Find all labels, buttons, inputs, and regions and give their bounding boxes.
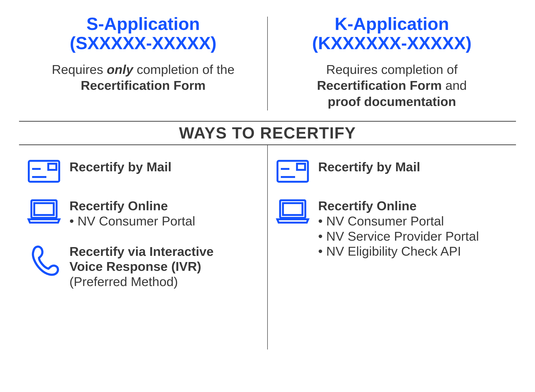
s-app-title-line1: S-Application [87, 14, 200, 34]
method-ivr-title-l2: Voice Response (IVR) [69, 259, 201, 273]
s-app-methods: Recertify by Mail Recertify Online • NV … [19, 145, 267, 349]
method-online-sub1: • NV Consumer Portal [69, 214, 195, 228]
section-title-wrap: WAYS TO RECERTIFY [19, 121, 516, 145]
recert-form-bold: Recertification Form [81, 78, 205, 92]
method-online-text: Recertify Online • NV Consumer Portal [69, 198, 195, 229]
method-mail-text: Recertify by Mail [69, 159, 171, 175]
method-mail-title: Recertify by Mail [318, 160, 420, 174]
method-mail: Recertify by Mail [275, 159, 509, 183]
svg-rect-5 [34, 203, 54, 215]
method-ivr: Recertify via Interactive Voice Response… [26, 244, 260, 289]
s-application-description: Requires only completion of the Recertif… [29, 62, 258, 94]
laptop-icon [26, 198, 62, 225]
proof-doc-bold: proof documentation [328, 94, 456, 109]
mail-icon [26, 159, 62, 183]
ways-to-recertify-heading: WAYS TO RECERTIFY [19, 122, 516, 144]
s-app-title-line2: (SXXXXX-XXXXX) [70, 33, 217, 53]
method-online-sub3: • NV Eligibility Check API [318, 244, 461, 258]
method-online-title: Recertify Online [318, 199, 417, 213]
mail-icon [275, 159, 311, 183]
svg-rect-11 [283, 203, 302, 215]
method-online: Recertify Online • NV Consumer Portal • … [275, 198, 509, 259]
recert-form-bold: Recertification Form [317, 78, 442, 92]
method-ivr-sub: (Preferred Method) [69, 274, 178, 289]
method-online-title: Recertify Online [69, 199, 168, 213]
s-application-column: S-Application (SXXXXX-XXXXX) Requires on… [19, 14, 267, 110]
method-online-text: Recertify Online • NV Consumer Portal • … [318, 198, 479, 259]
k-application-column: K-Application (KXXXXXX-XXXXX) Requires c… [268, 14, 516, 110]
phone-icon [26, 244, 62, 277]
method-mail-text: Recertify by Mail [318, 159, 420, 175]
k-application-description: Requires completion of Recertification F… [277, 62, 506, 110]
method-mail-title: Recertify by Mail [69, 160, 171, 174]
k-app-title-line1: K-Application [335, 14, 449, 34]
s-application-title: S-Application (SXXXXX-XXXXX) [29, 14, 258, 53]
k-app-methods: Recertify by Mail Recertify Online • NV … [268, 145, 516, 349]
svg-rect-1 [48, 164, 56, 170]
method-mail: Recertify by Mail [26, 159, 260, 183]
application-types-row: S-Application (SXXXXX-XXXXX) Requires on… [19, 14, 516, 110]
method-online: Recertify Online • NV Consumer Portal [26, 198, 260, 229]
page: S-Application (SXXXXX-XXXXX) Requires on… [0, 0, 535, 392]
k-app-title-line2: (KXXXXXX-XXXXX) [312, 33, 472, 53]
methods-row: Recertify by Mail Recertify Online • NV … [19, 145, 516, 349]
method-online-sub1: • NV Consumer Portal [318, 214, 444, 228]
method-online-sub2: • NV Service Provider Portal [318, 229, 479, 243]
svg-rect-7 [297, 164, 305, 170]
method-ivr-text: Recertify via Interactive Voice Response… [69, 244, 214, 289]
method-ivr-title-l1: Recertify via Interactive [69, 244, 214, 258]
emphasis-only: only [107, 62, 133, 76]
k-application-title: K-Application (KXXXXXX-XXXXX) [277, 14, 506, 53]
laptop-icon [275, 198, 311, 225]
